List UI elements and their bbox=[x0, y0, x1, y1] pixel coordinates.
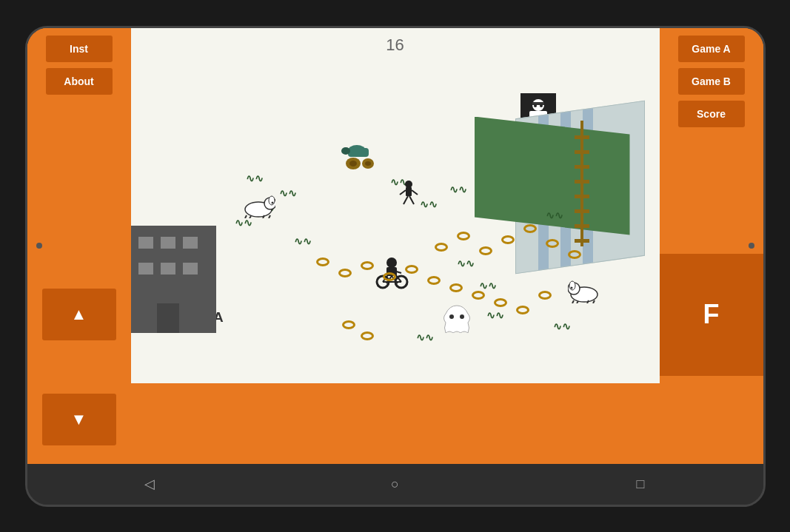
svg-line-44 bbox=[269, 215, 270, 218]
svg-line-36 bbox=[404, 196, 408, 204]
svg-rect-12 bbox=[575, 209, 589, 213]
inst-button[interactable]: Inst bbox=[46, 36, 113, 62]
right-mid: F bbox=[660, 254, 763, 376]
right-dot bbox=[749, 243, 754, 249]
building-window-3 bbox=[183, 237, 198, 249]
svg-point-17 bbox=[341, 147, 350, 155]
home-icon: ○ bbox=[391, 477, 399, 492]
svg-point-4 bbox=[534, 104, 537, 107]
ring-9 bbox=[494, 298, 507, 307]
recents-button[interactable]: □ bbox=[626, 469, 655, 499]
building-window-5 bbox=[161, 263, 175, 275]
up-arrow-icon: ▲ bbox=[71, 305, 87, 324]
bush-1: ∿∿ bbox=[246, 172, 264, 184]
bush-7: ∿∿ bbox=[449, 183, 467, 195]
building-window-6 bbox=[183, 263, 198, 275]
ring-4 bbox=[383, 272, 396, 281]
ring-13 bbox=[457, 232, 470, 240]
svg-point-53 bbox=[570, 286, 572, 289]
ring-16 bbox=[523, 224, 537, 233]
score-display: 16 bbox=[386, 36, 404, 55]
svg-point-55 bbox=[460, 314, 464, 319]
bush-9: ∿∿ bbox=[457, 257, 475, 269]
about-button[interactable]: About bbox=[46, 68, 113, 95]
recents-icon: □ bbox=[636, 477, 644, 492]
ring-19 bbox=[342, 320, 355, 329]
svg-rect-13 bbox=[575, 224, 589, 228]
svg-rect-16 bbox=[348, 148, 369, 157]
game-a-button[interactable]: Game A bbox=[678, 36, 745, 62]
ring-18 bbox=[568, 250, 581, 259]
back-icon: ◁ bbox=[144, 476, 155, 492]
up-button[interactable]: ▲ bbox=[42, 289, 116, 340]
dog-right bbox=[568, 280, 601, 306]
game-screen: 16 bbox=[131, 28, 660, 383]
back-button[interactable]: ◁ bbox=[135, 469, 164, 499]
ring-5 bbox=[405, 265, 418, 274]
svg-rect-11 bbox=[575, 195, 589, 198]
building-door bbox=[157, 303, 179, 333]
ring-7 bbox=[449, 283, 463, 292]
svg-point-27 bbox=[386, 257, 397, 268]
bush-14: ∿∿ bbox=[553, 320, 571, 332]
building bbox=[131, 226, 216, 333]
svg-rect-3 bbox=[532, 102, 544, 105]
ring-14 bbox=[479, 246, 492, 255]
ring-2 bbox=[338, 269, 352, 277]
runner-character bbox=[398, 180, 420, 211]
right-panel: Game A Game B Score F bbox=[660, 28, 763, 464]
bush-8: ∿∿ bbox=[294, 235, 312, 247]
svg-point-21 bbox=[365, 161, 371, 166]
left-top: Inst About bbox=[27, 28, 131, 254]
ring-10 bbox=[516, 306, 529, 314]
left-panel: Inst About ▲ ▼ bbox=[27, 28, 131, 464]
building-window-1 bbox=[138, 237, 153, 249]
game-b-button[interactable]: Game B bbox=[678, 68, 745, 95]
ring-3 bbox=[361, 261, 374, 270]
ring-6 bbox=[427, 276, 441, 285]
svg-point-54 bbox=[449, 314, 454, 319]
building-window-2 bbox=[161, 237, 175, 249]
cannon bbox=[335, 138, 375, 181]
svg-rect-33 bbox=[406, 187, 412, 196]
building-window-4 bbox=[138, 263, 153, 275]
home-button[interactable]: ○ bbox=[380, 469, 409, 499]
svg-line-50 bbox=[577, 301, 578, 303]
ring-11 bbox=[538, 291, 552, 300]
fence bbox=[575, 121, 589, 249]
bush-10: ∿∿ bbox=[479, 280, 497, 292]
bush-2: ∿∿ bbox=[279, 187, 297, 199]
svg-point-5 bbox=[540, 104, 543, 107]
right-top: Game A Game B Score bbox=[660, 28, 763, 254]
left-mid: ▲ bbox=[27, 254, 131, 376]
score-button[interactable]: Score bbox=[678, 101, 745, 127]
device-frame: Inst About ▲ ▼ 16 bbox=[25, 26, 766, 507]
ring-1 bbox=[316, 257, 329, 266]
ring-20 bbox=[361, 331, 374, 340]
svg-rect-8 bbox=[575, 150, 589, 154]
down-button[interactable]: ▼ bbox=[42, 394, 116, 445]
svg-rect-14 bbox=[575, 239, 589, 243]
left-dot bbox=[36, 243, 42, 249]
bush-6: ∿∿ bbox=[420, 198, 438, 210]
game-area: Inst About ▲ ▼ 16 bbox=[27, 28, 763, 464]
svg-point-45 bbox=[271, 201, 273, 203]
svg-line-49 bbox=[572, 300, 574, 303]
svg-point-40 bbox=[269, 196, 275, 205]
ring-15 bbox=[501, 235, 515, 244]
svg-point-48 bbox=[569, 281, 575, 290]
f-label: F bbox=[703, 299, 720, 330]
game-area-wrapper: Inst About ▲ ▼ 16 bbox=[27, 28, 763, 464]
dog-left bbox=[242, 195, 275, 221]
ring-17 bbox=[546, 239, 559, 248]
svg-line-34 bbox=[400, 190, 406, 195]
game-bottom-bar bbox=[131, 383, 660, 464]
bush-11: ∿∿ bbox=[486, 309, 504, 321]
down-arrow-icon: ▼ bbox=[71, 410, 87, 429]
nav-bar: ◁ ○ □ bbox=[27, 464, 763, 505]
right-bot bbox=[660, 376, 763, 464]
svg-line-37 bbox=[409, 196, 414, 204]
center-panel: 16 bbox=[131, 28, 660, 464]
ghost-character bbox=[442, 302, 472, 336]
svg-line-42 bbox=[250, 216, 251, 218]
